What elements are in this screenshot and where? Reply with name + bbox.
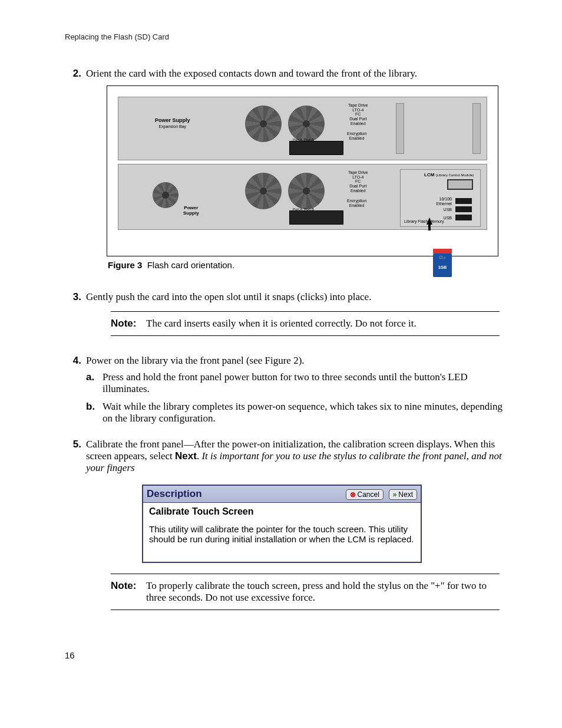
note-text: The card inserts easily when it is orien… xyxy=(146,318,500,330)
note-text: To properly calibrate the touch screen, … xyxy=(146,580,500,604)
panel-subtitle: Calibrate Touch Screen xyxy=(149,506,415,517)
figure-3-image: Power Supply Expansion Bay Port A Port B… xyxy=(107,85,498,256)
step-5: 5. Calibrate the front panel—After the p… xyxy=(65,439,512,621)
port-a-label: Port A xyxy=(293,138,302,141)
next-inline: Next xyxy=(175,450,197,462)
figure-caption-text: Flash card orientation. xyxy=(147,260,234,270)
port-b-label: Port B xyxy=(304,138,314,141)
step-text: Power on the library via the front panel… xyxy=(86,355,305,366)
sd-card-icon: ☐ ○ 1GB xyxy=(433,253,452,277)
step-number: 5. xyxy=(65,439,86,621)
step-text: Orient the card with the exposed contact… xyxy=(86,68,417,79)
calibrate-screenshot: Description ⊗ Cancel » Next xyxy=(142,485,422,563)
lcm-sublabel: (Library Control Module) xyxy=(436,173,474,177)
encryption-label: Encryption Enabled xyxy=(347,131,366,140)
note-block: Note: The card inserts easily when it is… xyxy=(111,311,500,336)
cancel-label: Cancel xyxy=(358,490,379,499)
note-label: Note: xyxy=(111,318,146,330)
step-text: Gently push the card into the open slot … xyxy=(86,291,371,302)
step-2: 2. Orient the card with the exposed cont… xyxy=(65,68,512,283)
substep-b: b. Wait while the library completes its … xyxy=(86,401,512,424)
substep-letter: a. xyxy=(86,371,103,395)
next-button[interactable]: » Next xyxy=(389,489,417,500)
substep-text: Wait while the library completes its pow… xyxy=(103,401,512,424)
running-header: Replacing the Flash (SD) Card xyxy=(65,32,512,41)
psu-label: Power Supply xyxy=(155,117,190,123)
substep-text: Press and hold the front panel power but… xyxy=(103,371,512,395)
psu-sublabel: Expansion Bay xyxy=(158,124,186,129)
step-number: 3. xyxy=(65,291,86,347)
step-number: 4. xyxy=(65,355,86,430)
flash-mem-label: Library Flash Memory xyxy=(404,219,444,224)
ethernet-label: 10/100 Ethernet xyxy=(437,197,452,206)
cancel-icon: ⊗ xyxy=(350,490,356,499)
note-label: Note: xyxy=(111,580,146,604)
step-3: 3. Gently push the card into the open sl… xyxy=(65,291,512,347)
psu2-label: Power Supply xyxy=(183,206,199,216)
note-block: Note: To properly calibrate the touch sc… xyxy=(111,574,500,610)
substep-letter: b. xyxy=(86,401,103,424)
page-number: 16 xyxy=(65,650,512,660)
step-4: 4. Power on the library via the front pa… xyxy=(65,355,512,430)
next-icon: » xyxy=(393,490,397,499)
panel-body-text: This utility will calibrate the pointer … xyxy=(149,524,415,544)
panel-title: Description xyxy=(147,488,202,500)
cancel-button[interactable]: ⊗ Cancel xyxy=(346,489,384,500)
usb-label: USB xyxy=(444,207,452,212)
tape-drive-label: Tape Drive LTO-4 FC Dual Port Enabled xyxy=(348,103,368,126)
figure-number: Figure 3 xyxy=(108,260,142,270)
substep-a: a. Press and hold the front panel power … xyxy=(86,371,512,395)
next-label: Next xyxy=(398,490,413,499)
step-number: 2. xyxy=(65,68,86,283)
sd-capacity: 1GB xyxy=(433,265,452,269)
lcm-label: LCM xyxy=(424,172,434,177)
lcm-block: LCM (Library Control Module) 10/100 Ethe… xyxy=(400,169,481,227)
